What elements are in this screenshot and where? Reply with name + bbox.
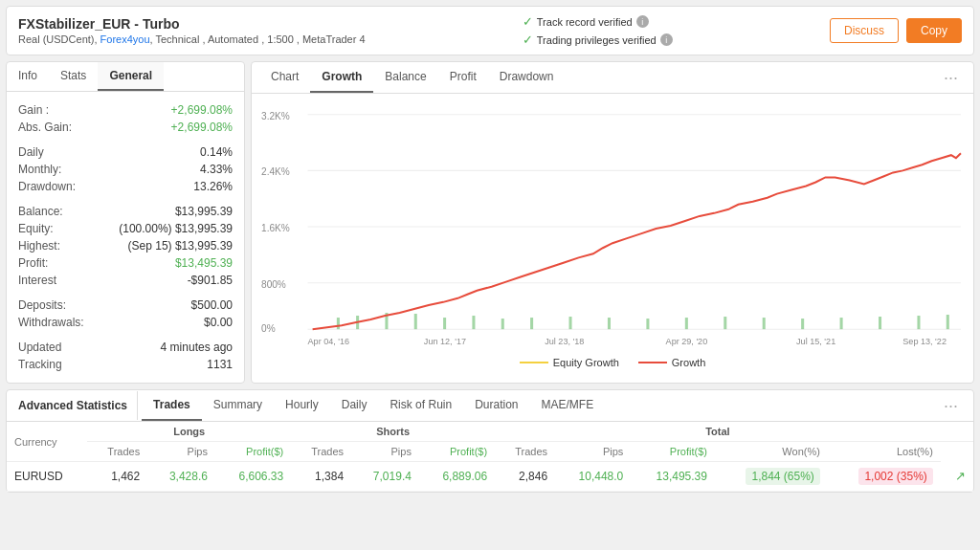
svg-text:Apr 29, '20: Apr 29, '20 <box>666 337 708 346</box>
header-actions: Discuss Copy <box>830 18 962 43</box>
tab-duration[interactable]: Duration <box>463 390 529 421</box>
info-icon-2[interactable]: i <box>660 33 673 46</box>
track-record-verified: ✓ Track record verified i <box>523 14 673 29</box>
monthly-label: Monthly: <box>18 163 61 176</box>
stat-drawdown: Drawdown: 13.26% <box>18 178 233 195</box>
tab-stats[interactable]: Stats <box>49 62 98 91</box>
col-copy-header <box>941 422 973 442</box>
tab-drawdown[interactable]: Drawdown <box>488 62 566 93</box>
left-panel: Info Stats General Gain : +2,699.08% Abs… <box>6 61 245 384</box>
advanced-statistics-label: Advanced Statistics <box>14 391 138 420</box>
lost-badge: 1,002 (35%) <box>858 468 932 485</box>
svg-rect-27 <box>685 318 688 329</box>
stat-gain: Gain : +2,699.08% <box>18 101 233 119</box>
tab-info[interactable]: Info <box>7 62 49 91</box>
tab-chart[interactable]: Chart <box>259 62 310 93</box>
info-icon-1[interactable]: i <box>636 15 649 28</box>
svg-text:Jul 15, '21: Jul 15, '21 <box>796 337 835 346</box>
balance-label: Balance: <box>18 205 63 218</box>
stat-highest: Highest: (Sep 15) $13,995.39 <box>18 237 233 254</box>
growth-chart-svg: 3.2K% 2.4K% 1.6K% 800% 0% Apr 04, '16 Ju… <box>259 101 966 350</box>
check-icon-1: ✓ <box>523 14 533 29</box>
stat-balance: Balance: $13,995.39 <box>18 203 233 220</box>
discuss-button[interactable]: Discuss <box>830 18 899 43</box>
chart-more-icon[interactable]: ··· <box>936 64 966 92</box>
equity-value: (100.00%) $13,995.39 <box>119 222 233 235</box>
stat-profit: Profit: $13,495.39 <box>18 254 233 272</box>
profit-value: $13,495.39 <box>175 256 233 270</box>
svg-text:800%: 800% <box>261 279 286 290</box>
stat-equity: Equity: (100.00%) $13,995.39 <box>18 220 233 237</box>
stat-abs-gain: Abs. Gain: +2,699.08% <box>18 119 233 136</box>
chart-panel: Chart Growth Balance Profit Drawdown ···… <box>251 61 974 384</box>
bottom-panel: Advanced Statistics Trades Summary Hourl… <box>6 389 974 493</box>
tab-profit[interactable]: Profit <box>438 62 488 93</box>
tab-general[interactable]: General <box>98 62 164 91</box>
group-shorts: Shorts <box>291 422 495 442</box>
cell-chart-icon[interactable]: ↗ <box>941 462 973 492</box>
tab-mae-mfe[interactable]: MAE/MFE <box>530 390 606 421</box>
col-shorts-trades: Trades <box>291 442 351 462</box>
drawdown-label: Drawdown: <box>18 180 76 193</box>
left-content: Gain : +2,699.08% Abs. Gain: +2,699.08% … <box>7 92 244 383</box>
svg-rect-16 <box>337 318 340 329</box>
growth-line <box>638 362 667 363</box>
tab-growth[interactable]: Growth <box>310 62 373 93</box>
svg-rect-29 <box>763 318 766 329</box>
svg-text:0%: 0% <box>261 323 276 334</box>
tab-hourly[interactable]: Hourly <box>274 390 330 421</box>
bottom-more-icon[interactable]: ··· <box>936 392 966 420</box>
check-icon-2: ✓ <box>523 33 533 47</box>
svg-rect-21 <box>472 316 475 329</box>
tab-trades[interactable]: Trades <box>142 390 202 421</box>
left-tabs: Info Stats General <box>7 62 244 92</box>
stat-monthly: Monthly: 4.33% <box>18 161 233 178</box>
cell-shorts-profit: 6,889.06 <box>419 462 495 492</box>
group-longs: Longs <box>87 422 291 442</box>
cell-currency: EURUSD <box>7 462 87 492</box>
svg-text:Jun 12, '17: Jun 12, '17 <box>424 337 466 346</box>
svg-rect-19 <box>414 314 417 329</box>
svg-text:Apr 04, '16: Apr 04, '16 <box>308 337 350 346</box>
cell-shorts-pips: 7,019.4 <box>351 462 419 492</box>
col-shorts-profit: Profit($) <box>419 442 495 462</box>
stat-tracking: Tracking 1131 <box>18 356 233 373</box>
equity-growth-line <box>520 362 548 363</box>
copy-button[interactable]: Copy <box>906 18 962 43</box>
updated-value: 4 minutes ago <box>161 341 233 354</box>
balance-value: $13,995.39 <box>175 205 233 218</box>
stat-deposits: Deposits: $500.00 <box>18 297 233 314</box>
cell-longs-profit: 6,606.33 <box>215 462 291 492</box>
subtitle-suffix: , Technical , Automated , 1:500 , MetaTr… <box>150 33 366 45</box>
svg-text:Jul 23, '18: Jul 23, '18 <box>545 337 584 346</box>
cell-shorts-trades: 1,384 <box>291 462 351 492</box>
drawdown-value: 13.26% <box>193 180 233 193</box>
interest-label: Interest <box>18 274 56 287</box>
forex4you-link[interactable]: Forex4you <box>100 33 150 45</box>
updated-label: Updated <box>18 341 61 354</box>
svg-text:2.4K%: 2.4K% <box>261 166 290 177</box>
equity-growth-label: Equity Growth <box>553 357 619 368</box>
col-currency: Currency <box>7 422 87 462</box>
daily-label: Daily <box>18 145 44 159</box>
header-left: FXStabilizer_EUR - Turbo Real (USDCent),… <box>18 16 366 45</box>
deposits-label: Deposits: <box>18 298 66 312</box>
col-total-profit: Profit($) <box>631 442 715 462</box>
chart-tabs: Chart Growth Balance Profit Drawdown ··· <box>252 62 973 94</box>
row-chart-icon[interactable]: ↗ <box>955 469 966 483</box>
bottom-tabs-row: Advanced Statistics Trades Summary Hourl… <box>7 390 973 422</box>
svg-rect-33 <box>917 316 920 329</box>
abs-gain-value: +2,699.08% <box>171 121 233 134</box>
col-shorts-pips: Pips <box>351 442 419 462</box>
col-total-trades: Trades <box>495 442 555 462</box>
svg-rect-20 <box>443 318 446 329</box>
group-total: Total <box>495 422 941 442</box>
highest-value: (Sep 15) $13,995.39 <box>128 239 233 253</box>
tab-daily[interactable]: Daily <box>330 390 379 421</box>
svg-rect-30 <box>801 319 804 329</box>
stat-withdrawals: Withdrawals: $0.00 <box>18 314 233 331</box>
tab-summary[interactable]: Summary <box>202 390 274 421</box>
gain-label: Gain : <box>18 103 49 117</box>
tab-risk-of-ruin[interactable]: Risk of Ruin <box>378 390 463 421</box>
tab-balance[interactable]: Balance <box>373 62 437 93</box>
